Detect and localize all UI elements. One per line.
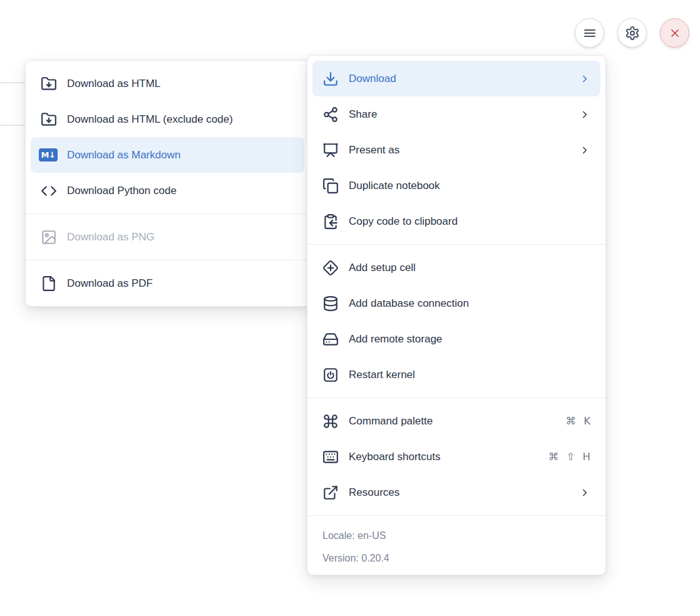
- menu-item-label: Keyboard shortcuts: [349, 451, 538, 462]
- menu-item-restart-kernel[interactable]: Restart kernel: [312, 357, 600, 393]
- menu-item-resources[interactable]: Resources: [312, 475, 600, 510]
- menu-separator: [307, 515, 605, 516]
- menu-item-share[interactable]: Share: [312, 96, 600, 132]
- folder-down-icon: [41, 111, 57, 128]
- menu-separator: [26, 213, 309, 214]
- menu-item-add-remote-storage[interactable]: Add remote storage: [312, 321, 600, 357]
- menu-item-add-setup-cell[interactable]: Add setup cell: [312, 250, 600, 285]
- diamond-plus-icon: [322, 260, 339, 276]
- menu-item-label: Download as HTML: [67, 78, 294, 89]
- menu-item-download[interactable]: Download: [312, 61, 600, 96]
- version-text: Version: 0.20.4: [307, 547, 605, 570]
- clipboard-copy-icon: [322, 213, 339, 230]
- database-icon: [322, 295, 339, 312]
- menu-item-add-database-connection[interactable]: Add database connection: [312, 285, 600, 321]
- menu-item-label: Resources: [349, 487, 569, 498]
- menu-footer: Locale: en-USVersion: 0.20.4: [307, 521, 605, 570]
- menu-item-command-palette[interactable]: Command palette⌘ K: [312, 403, 600, 439]
- menu-item-label: Download as HTML (exclude code): [67, 114, 294, 125]
- menu-item-copy-code-to-clipboard[interactable]: Copy code to clipboard: [312, 203, 600, 239]
- folder-down-icon: [41, 76, 57, 92]
- download-submenu: Download as HTMLDownload as HTML (exclud…: [25, 60, 310, 307]
- presentation-icon: [322, 142, 339, 158]
- notebook-toolbar: [575, 18, 689, 48]
- menu-item-label: Download as PDF: [67, 278, 294, 289]
- menu-icon: [582, 26, 597, 41]
- menu-item-duplicate-notebook[interactable]: Duplicate notebook: [312, 168, 600, 203]
- menu-item-download-as-html[interactable]: Download as HTML: [31, 66, 304, 101]
- shortcut-hint: ⌘ K: [565, 415, 590, 427]
- menu-item-label: Command palette: [349, 416, 555, 426]
- menu-item-label: Add remote storage: [349, 334, 590, 344]
- menu-item-download-python-code[interactable]: Download Python code: [31, 173, 304, 208]
- menu-item-label: Duplicate notebook: [349, 180, 590, 191]
- menu-item-label: Add setup cell: [349, 262, 590, 273]
- menu-separator: [307, 244, 605, 245]
- menu-item-label: Download Python code: [67, 185, 294, 196]
- menu-item-label: Download: [349, 73, 569, 84]
- background-cell-border: [0, 125, 26, 126]
- menu-item-present-as[interactable]: Present as: [312, 132, 600, 168]
- menu-item-label: Add database connection: [349, 298, 590, 309]
- close-icon: [669, 27, 681, 39]
- hard-drive-icon: [322, 331, 339, 347]
- locale-text: Locale: en-US: [307, 525, 605, 547]
- chevron-right-icon: [579, 487, 590, 498]
- gear-icon: [625, 26, 640, 41]
- menu-item-label: Download as Markdown: [67, 150, 294, 160]
- menu-item-label: Download as PNG: [67, 232, 294, 242]
- file-icon: [41, 275, 57, 292]
- menu-item-label: Restart kernel: [349, 369, 590, 380]
- menu-separator: [26, 260, 309, 260]
- shutdown-button[interactable]: [660, 18, 689, 48]
- menu-separator: [307, 398, 605, 398]
- chevron-right-icon: [579, 73, 590, 85]
- copy-icon: [322, 178, 339, 194]
- shortcut-hint: ⌘ ⇧ H: [548, 451, 590, 463]
- menu-item-download-as-html-exclude-code[interactable]: Download as HTML (exclude code): [31, 101, 304, 137]
- settings-button[interactable]: [617, 18, 647, 48]
- notebook-actions-menu: DownloadSharePresent asDuplicate noteboo…: [307, 55, 606, 575]
- markdown-badge-text: M↓: [39, 148, 58, 162]
- image-icon: [41, 229, 57, 245]
- markdown-badge-icon: M↓: [41, 147, 57, 163]
- notebook-menu-button[interactable]: [575, 18, 604, 48]
- menu-item-download-as-pdf[interactable]: Download as PDF: [31, 265, 304, 301]
- chevron-right-icon: [579, 109, 590, 120]
- command-icon: [322, 413, 339, 429]
- background-cell-border: [0, 82, 26, 83]
- download-icon: [322, 71, 339, 87]
- menu-item-label: Copy code to clipboard: [349, 216, 590, 227]
- code-icon: [41, 183, 57, 199]
- menu-item-label: Share: [349, 109, 569, 120]
- square-power-icon: [322, 367, 339, 383]
- chevron-right-icon: [579, 145, 590, 156]
- menu-item-download-as-markdown[interactable]: M↓Download as Markdown: [31, 137, 304, 173]
- keyboard-icon: [322, 449, 339, 465]
- external-link-icon: [322, 485, 339, 501]
- menu-item-download-as-png: Download as PNG: [31, 219, 304, 255]
- menu-item-keyboard-shortcuts[interactable]: Keyboard shortcuts⌘ ⇧ H: [312, 439, 600, 475]
- menu-item-label: Present as: [349, 145, 569, 155]
- share-icon: [322, 106, 339, 123]
